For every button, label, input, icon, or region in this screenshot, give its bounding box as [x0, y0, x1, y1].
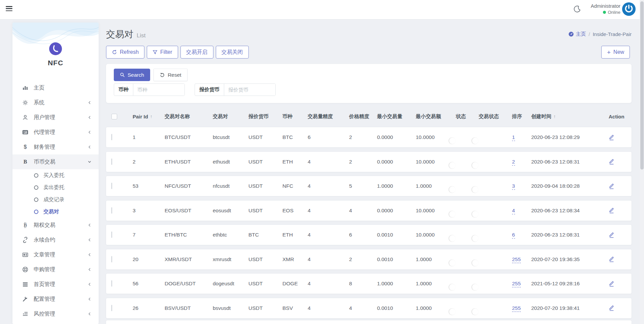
created-cell: 2020-06-23 12:08:29 — [531, 134, 609, 140]
column-label: 交易状态 — [479, 113, 499, 120]
toggle-knob — [449, 284, 455, 290]
chevron-left-icon — [87, 115, 92, 120]
base-cell: ETH — [282, 159, 308, 165]
sidebar-subitem-卖出委托[interactable]: 卖出委托 — [12, 181, 99, 193]
breadcrumb-home-link[interactable]: 主页 — [568, 31, 586, 37]
row-checkbox[interactable] — [111, 183, 112, 189]
sidebar-item-币币交易[interactable]: B币币交易 — [12, 154, 99, 169]
row-checkbox[interactable] — [111, 207, 112, 214]
checkbox-cell — [111, 183, 133, 189]
sort-cell: 255 — [512, 256, 531, 262]
select-all-checkbox[interactable] — [111, 114, 117, 119]
row-checkbox[interactable] — [111, 256, 112, 262]
edit-button[interactable] — [609, 305, 626, 311]
sidebar-item-配置管理[interactable]: 配置管理 — [12, 292, 99, 307]
min_amount-cell: 0.0000 — [377, 134, 416, 140]
pair-cell: ethbtc — [213, 232, 248, 238]
quote-filter-input[interactable] — [224, 84, 275, 96]
trade-open-button[interactable]: 交易开启 — [180, 46, 213, 59]
header-cell-status: 状态 — [456, 113, 479, 120]
checkbox-cell — [111, 159, 133, 165]
scrollbar-thumb[interactable] — [640, 1, 644, 170]
row-checkbox[interactable] — [111, 305, 112, 311]
row-checkbox[interactable] — [111, 280, 112, 287]
amount_precision-cell: 4 — [308, 305, 349, 311]
header-cell-action: Action — [609, 114, 626, 119]
row-checkbox[interactable] — [111, 231, 112, 238]
checkbox-cell — [111, 208, 133, 214]
sidebar-item-永续合约[interactable]: 永续合约 — [12, 232, 99, 247]
row-checkbox[interactable] — [111, 158, 112, 165]
sort-cell: 255 — [512, 305, 531, 311]
filter-button[interactable]: Filter — [147, 46, 178, 59]
edit-button[interactable] — [609, 183, 626, 189]
bitcoin-icon: B — [22, 222, 29, 228]
id-card-icon — [22, 129, 29, 135]
sort-value-link[interactable]: 255 — [512, 256, 521, 263]
action-cell — [609, 305, 626, 311]
row-checkbox[interactable] — [111, 134, 112, 140]
edit-button[interactable] — [609, 281, 626, 287]
user-status: Online — [608, 10, 620, 15]
sidebar-subitem-买入委托[interactable]: 买入委托 — [12, 169, 99, 181]
sidebar-subitem-交易对[interactable]: 交易对 — [12, 206, 99, 218]
edit-button[interactable] — [609, 207, 626, 214]
user-avatar[interactable] — [622, 2, 636, 16]
checkbox-cell — [111, 305, 133, 311]
sidebar-item-财务管理[interactable]: $财务管理 — [12, 140, 99, 154]
header-cell-pair_id[interactable]: Pair Id↑ — [133, 114, 165, 119]
min_amount-cell: 1.0000 — [377, 183, 416, 189]
sidebar-item-用户管理[interactable]: 用户管理 — [12, 110, 99, 125]
table-row: 1BTC/USDTbtcusdtUSDTBTC620.000010.000012… — [106, 127, 632, 147]
user-info[interactable]: Administrator Online — [591, 3, 620, 15]
sort-value-link[interactable]: 6 — [512, 232, 515, 239]
sidebar-item-代理管理[interactable]: 代理管理 — [12, 125, 99, 140]
sort-value-link[interactable]: 4 — [512, 208, 515, 214]
base-cell: XMR — [282, 256, 308, 262]
sidebar-item-风控管理[interactable]: 风控管理 — [12, 307, 99, 321]
edit-button[interactable] — [609, 256, 626, 262]
price_precision-cell: 8 — [349, 281, 377, 287]
column-label: 创建时间 — [531, 113, 551, 120]
sidebar-item-挖矿管理[interactable]: 挖矿管理 — [12, 321, 99, 324]
refresh-button[interactable]: Refresh — [106, 46, 144, 59]
pair_id-cell: 2 — [133, 159, 165, 165]
header-cell-min_total: 最小交易额 — [416, 113, 456, 120]
sidebar-item-首页管理[interactable]: 首页管理 — [12, 277, 99, 292]
edit-button[interactable] — [609, 134, 626, 141]
user-icon — [22, 114, 29, 120]
trade-close-button[interactable]: 交易关闭 — [216, 46, 249, 59]
sort-value-link[interactable]: 2 — [512, 159, 515, 166]
search-button[interactable]: Search — [114, 69, 150, 81]
sidebar-item-申购管理[interactable]: 申购管理 — [12, 262, 99, 277]
sort-value-link[interactable]: 3 — [512, 183, 515, 190]
toggle-knob — [472, 309, 478, 315]
sidebar-subitem-成交记录[interactable]: 成交记录 — [12, 193, 99, 206]
sort-value-link[interactable]: 1 — [512, 134, 515, 141]
circle-icon — [34, 197, 38, 202]
toggle-knob — [472, 186, 478, 193]
sidebar-item-label: 币币交易 — [34, 158, 55, 166]
coin-filter-input[interactable] — [133, 84, 184, 96]
sidebar-item-文章管理[interactable]: 文章管理 — [12, 247, 99, 262]
reset-button[interactable]: Reset — [154, 69, 188, 81]
sort-value-link[interactable]: 255 — [512, 281, 521, 287]
created-cell: 2020-06-23 12:08:34 — [531, 208, 609, 214]
price_precision-cell: 2 — [349, 134, 377, 140]
base-cell: ETH — [282, 232, 308, 238]
pair-cell: bsvusdt — [213, 305, 248, 311]
sidebar-item-系统[interactable]: 系统 — [12, 95, 99, 110]
sidebar-item-主页[interactable]: 主页 — [12, 80, 99, 95]
new-button[interactable]: + New — [601, 46, 630, 59]
dark-mode-icon[interactable] — [574, 5, 581, 13]
price_precision-cell: 6 — [349, 232, 377, 238]
pair_id-cell: 53 — [133, 183, 165, 189]
sidebar-toggle-button[interactable] — [6, 6, 12, 13]
header-cell-created[interactable]: 创建时间↑ — [531, 113, 609, 120]
edit-button[interactable] — [609, 232, 626, 238]
sort-value-link[interactable]: 255 — [512, 305, 521, 312]
edit-button[interactable] — [609, 158, 626, 165]
outdent-list-icon — [22, 311, 29, 317]
pair-cell: xmrusdt — [213, 256, 248, 262]
sidebar-item-期权交易[interactable]: B期权交易 — [12, 218, 99, 232]
